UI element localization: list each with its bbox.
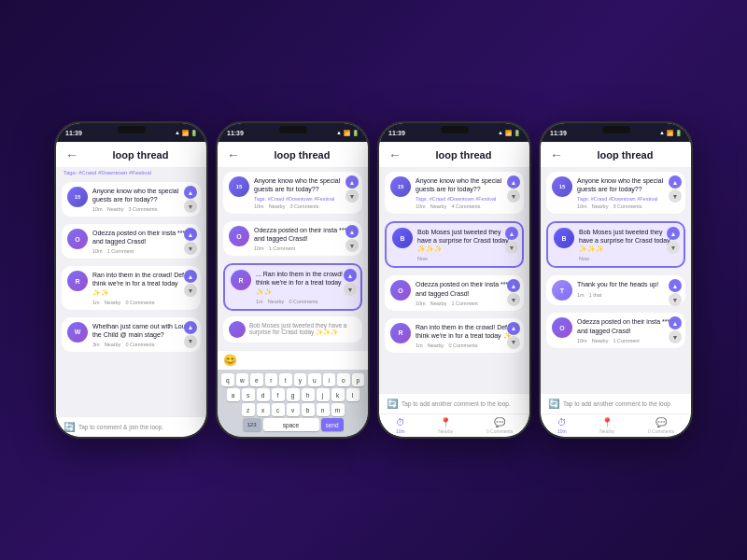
thread-post[interactable]: R... Ran into them in the crowd! Def thi… (223, 263, 362, 310)
upvote-button[interactable]: ▲ (184, 270, 197, 283)
nav-comments[interactable]: 💬0 Comments (648, 417, 674, 434)
downvote-button[interactable]: ▼ (184, 284, 197, 297)
upvote-button[interactable]: ▲ (184, 186, 197, 199)
bottom-input-bar[interactable]: 🔄 Tap to comment & join the loop. (56, 416, 206, 437)
thread-post[interactable]: OOdezza posted on their insta *****' and… (62, 224, 201, 259)
thread-post[interactable]: RRan into them in the crowd! Def think w… (385, 318, 524, 353)
thread-post[interactable]: 15Anyone know who the special guests are… (385, 172, 524, 214)
nav-comments[interactable]: 💬0 Comments (486, 417, 513, 434)
nav-home[interactable]: ⏱10m (396, 417, 405, 434)
back-button[interactable]: ← (388, 147, 402, 162)
nav-home[interactable]: ⏱10m (557, 417, 567, 434)
vote-buttons[interactable]: ▲ ▼ (184, 321, 197, 348)
upvote-button[interactable]: ▲ (184, 321, 197, 334)
key-n[interactable]: n (317, 403, 330, 416)
nav-nearby[interactable]: 📍Nearby (438, 417, 453, 434)
vote-buttons[interactable]: ▲ ▼ (669, 316, 682, 343)
key-l[interactable]: l (346, 388, 359, 401)
vote-buttons[interactable]: ▲ ▼ (667, 227, 680, 254)
downvote-button[interactable]: ▼ (669, 293, 682, 306)
downvote-button[interactable]: ▼ (507, 293, 520, 306)
upvote-button[interactable]: ▲ (669, 279, 682, 292)
key-h[interactable]: h (302, 388, 315, 401)
vote-buttons[interactable]: ▲ ▼ (184, 228, 197, 255)
downvote-button[interactable]: ▼ (184, 200, 197, 213)
key-c[interactable]: c (272, 403, 285, 416)
vote-buttons[interactable]: ▲ ▼ (344, 269, 357, 296)
vote-buttons[interactable]: ▲ ▼ (345, 225, 359, 252)
back-button[interactable]: ← (65, 147, 78, 162)
key-w[interactable]: w (236, 373, 249, 386)
key-j[interactable]: j (317, 388, 330, 401)
downvote-button[interactable]: ▼ (669, 189, 682, 203)
downvote-button[interactable]: ▼ (344, 283, 357, 296)
vote-buttons[interactable]: ▲ ▼ (505, 227, 518, 254)
key-u[interactable]: u (308, 373, 321, 386)
upvote-button[interactable]: ▲ (345, 175, 359, 189)
key-p[interactable]: p (352, 373, 365, 386)
key-k[interactable]: k (331, 388, 345, 401)
thread-post[interactable]: OOdezza posted on their insta *****' and… (223, 221, 362, 256)
nav-nearby[interactable]: 📍Nearby (599, 417, 614, 434)
back-button[interactable]: ← (227, 147, 240, 162)
downvote-button[interactable]: ▼ (507, 189, 520, 203)
upvote-button[interactable]: ▲ (669, 175, 682, 189)
key-t[interactable]: t (279, 373, 292, 386)
key-s[interactable]: s (242, 388, 255, 401)
upvote-button[interactable]: ▲ (507, 322, 520, 335)
downvote-button[interactable]: ▼ (184, 335, 197, 348)
downvote-button[interactable]: ▼ (345, 239, 359, 252)
vote-buttons[interactable]: ▲ ▼ (507, 279, 520, 306)
vote-buttons[interactable]: ▲ ▼ (669, 279, 682, 306)
vote-buttons[interactable]: ▲ ▼ (345, 175, 359, 203)
vote-buttons[interactable]: ▲ ▼ (184, 270, 197, 297)
key-q[interactable]: q (221, 373, 234, 386)
vote-buttons[interactable]: ▲ ▼ (507, 322, 520, 349)
key-send[interactable]: send (321, 418, 344, 431)
thread-post[interactable]: 15Anyone know who the special guests are… (62, 182, 201, 217)
key-a[interactable]: a (227, 388, 240, 401)
upvote-button[interactable]: ▲ (507, 175, 520, 189)
thread-post[interactable]: RRan into them in the crowd! Def think w… (62, 266, 201, 309)
key-d[interactable]: d (257, 388, 270, 401)
key-space[interactable]: space (263, 418, 319, 431)
back-button[interactable]: ← (550, 147, 563, 162)
upvote-button[interactable]: ▲ (184, 228, 197, 241)
thread-post[interactable]: TThank you for the heads up!1m1 that ▲ ▼ (546, 275, 685, 305)
downvote-button[interactable]: ▼ (505, 241, 518, 254)
key-b[interactable]: b (302, 403, 315, 416)
thread-post[interactable]: WWhethan just came out with Louis the Ch… (62, 317, 201, 352)
vote-buttons[interactable]: ▲ ▼ (507, 175, 520, 203)
downvote-button[interactable]: ▼ (184, 242, 197, 255)
emoji-icon[interactable]: 😊 (223, 354, 237, 367)
downvote-button[interactable]: ▼ (667, 241, 680, 254)
key-x[interactable]: x (257, 403, 270, 416)
downvote-button[interactable]: ▼ (669, 330, 682, 343)
thread-post[interactable]: BBob Moses just tweeted they have a surp… (546, 221, 685, 268)
key-123[interactable]: 123 (243, 418, 261, 431)
thread-post[interactable]: BBob Moses just tweeted they have a surp… (385, 221, 524, 268)
thread-post[interactable]: 15Anyone know who the special guests are… (546, 172, 685, 214)
key-g[interactable]: g (287, 388, 300, 401)
key-f[interactable]: f (272, 388, 285, 401)
key-m[interactable]: m (331, 403, 345, 416)
compose-area[interactable]: Bob Moses just tweeted they have a surpr… (223, 316, 362, 343)
upvote-button[interactable]: ▲ (345, 225, 359, 238)
key-i[interactable]: i (323, 373, 336, 386)
vote-buttons[interactable]: ▲ ▼ (184, 186, 197, 213)
key-v[interactable]: v (287, 403, 300, 416)
upvote-button[interactable]: ▲ (344, 269, 357, 282)
thread-post[interactable]: 15Anyone know who the special guests are… (223, 172, 362, 214)
thread-post[interactable]: OOdezza posted on their insta *****' and… (385, 275, 524, 310)
bottom-input-bar[interactable]: 🔄 Tap to add another comment to the loop… (541, 393, 691, 413)
upvote-button[interactable]: ▲ (507, 279, 520, 292)
downvote-button[interactable]: ▼ (345, 189, 359, 203)
upvote-button[interactable]: ▲ (505, 227, 518, 240)
bottom-input-bar[interactable]: 🔄 Tap to add another comment to the loop… (379, 393, 529, 413)
keyboard[interactable]: qwertyuiopasdfghjklzxcvbnm 123 space sen… (218, 370, 368, 437)
upvote-button[interactable]: ▲ (669, 316, 682, 329)
upvote-button[interactable]: ▲ (667, 227, 680, 240)
key-z[interactable]: z (242, 403, 255, 416)
downvote-button[interactable]: ▼ (507, 336, 520, 349)
key-e[interactable]: e (250, 373, 263, 386)
